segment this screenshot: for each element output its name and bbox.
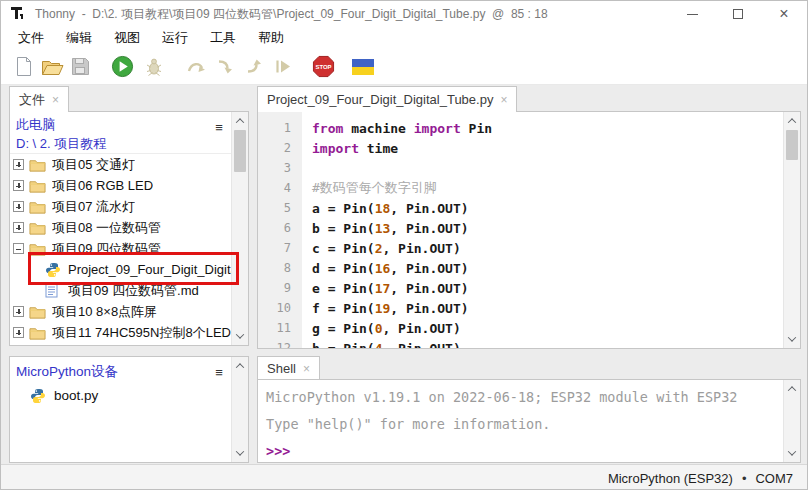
tab-files[interactable]: 文件 <box>9 86 69 112</box>
this-pc-link[interactable]: 此电脑 <box>16 115 231 134</box>
new-file-button[interactable] <box>11 53 37 81</box>
editor-scroll-thumb[interactable] <box>786 130 798 160</box>
resume-icon <box>274 58 292 75</box>
files-scrollbar[interactable] <box>231 112 248 345</box>
open-file-icon <box>41 57 64 76</box>
minimize-icon <box>687 14 698 15</box>
expander-plus-icon[interactable] <box>13 327 24 338</box>
menu-help[interactable]: 帮助 <box>247 27 295 49</box>
tree-item-project09-md-file[interactable]: 项目09 四位数码管.md <box>10 280 231 301</box>
menu-tools[interactable]: 工具 <box>199 27 247 49</box>
step-over-icon <box>186 58 207 75</box>
step-out-button <box>241 53 267 81</box>
tree-item-project09[interactable]: 项目09 四位数码管 <box>10 238 231 259</box>
editor-scroll-down-icon[interactable] <box>784 331 800 347</box>
expander-plus-icon[interactable] <box>13 306 24 317</box>
maximize-icon <box>733 9 743 19</box>
tree-item-label: Project_09_Four_Digit_Digital_ <box>68 262 231 277</box>
tab-shell-label: Shell <box>267 361 296 376</box>
folder-icon <box>29 178 47 194</box>
device-file-bootpy[interactable]: boot.py <box>10 385 231 406</box>
step-out-icon <box>245 58 264 75</box>
device-scrollbar[interactable] <box>231 357 248 462</box>
window-title: Thonny - D:\2. 项目教程\项目09 四位数码管\Project_0… <box>35 6 548 23</box>
expander-plus-icon[interactable] <box>13 222 24 233</box>
expander-plus-icon[interactable] <box>13 159 24 170</box>
files-header: 此电脑 D: \ 2. 项目教程 <box>10 112 231 154</box>
editor-scrollbar[interactable] <box>783 112 800 348</box>
close-icon <box>779 5 788 23</box>
shell-panel[interactable]: MicroPython v1.19.1 on 2022-06-18; ESP32… <box>257 379 801 463</box>
title-bar: Thonny - D:\2. 项目教程\项目09 四位数码管\Project_0… <box>1 1 807 27</box>
shell-scroll-down-icon[interactable] <box>784 445 800 461</box>
device-scroll-up-icon[interactable] <box>232 358 248 374</box>
menu-file[interactable]: 文件 <box>7 27 55 49</box>
toolbar: STOP <box>1 49 807 85</box>
resume-button <box>270 53 296 81</box>
tab-files-label: 文件 <box>19 91 45 109</box>
menu-edit[interactable]: 编辑 <box>55 27 103 49</box>
shell-prompt: >>> <box>266 443 290 459</box>
ukraine-flag-icon <box>352 59 374 75</box>
tree-item-label: 项目07 流水灯 <box>52 198 135 216</box>
ukraine-flag-button[interactable] <box>350 53 376 81</box>
tree-item-project09-python-file[interactable]: Project_09_Four_Digit_Digital_ <box>10 259 231 280</box>
shell-lines: MicroPython v1.19.1 on 2022-06-18; ESP32… <box>258 382 783 465</box>
new-file-icon <box>15 56 33 77</box>
folder-icon <box>29 304 47 320</box>
tree-item-label: 项目05 交通灯 <box>52 156 135 174</box>
tree-item-label: 项目08 一位数码管 <box>52 219 161 237</box>
tab-editor[interactable]: Project_09_Four_Digit_Digital_Tube.py <box>257 86 517 112</box>
code-lines: 1from machine import Pin2import time34#数… <box>258 118 783 349</box>
tree-item-project05[interactable]: 项目05 交通灯 <box>10 154 231 175</box>
run-script-button[interactable] <box>109 53 135 81</box>
python-icon <box>45 262 63 278</box>
menu-bar: 文件编辑视图运行工具帮助 <box>1 27 807 49</box>
stop-restart-icon: STOP <box>312 55 335 78</box>
code-editor[interactable]: 1from machine import Pin2import time34#数… <box>257 111 801 349</box>
tab-files-close-icon[interactable] <box>52 92 59 107</box>
status-port[interactable]: COM7 <box>755 471 793 486</box>
status-interpreter[interactable]: MicroPython (ESP32) <box>608 471 733 486</box>
expander-plus-icon[interactable] <box>13 201 24 212</box>
editor-scroll-up-icon[interactable] <box>784 113 800 129</box>
tree-item-project11[interactable]: 项目11 74HC595N控制8个LED <box>10 322 231 343</box>
folder-icon <box>29 199 47 215</box>
device-panel-menu-icon[interactable] <box>212 363 226 377</box>
files-scroll-up-icon[interactable] <box>232 113 248 129</box>
close-button[interactable] <box>761 1 807 27</box>
status-bullet: • <box>742 471 747 486</box>
device-panel-title: MicroPython设备 <box>16 364 118 379</box>
files-panel: 此电脑 D: \ 2. 项目教程 项目05 交通灯项目06 RGB LED项目0… <box>9 111 249 346</box>
tree-item-project06[interactable]: 项目06 RGB LED <box>10 175 231 196</box>
folder-icon <box>29 157 47 173</box>
menu-run[interactable]: 运行 <box>151 27 199 49</box>
debug-script-button <box>141 53 167 81</box>
files-panel-menu-icon[interactable] <box>212 118 226 132</box>
tree-item-label: 项目06 RGB LED <box>52 177 153 195</box>
minimize-button[interactable] <box>669 1 715 27</box>
tab-editor-close-icon[interactable] <box>500 92 507 107</box>
tree-item-project07[interactable]: 项目07 流水灯 <box>10 196 231 217</box>
micropython-device-panel: MicroPython设备 boot.py <box>9 356 249 463</box>
files-scroll-down-icon[interactable] <box>232 328 248 344</box>
device-scroll-down-icon[interactable] <box>232 445 248 461</box>
maximize-button[interactable] <box>715 1 761 27</box>
tree-item-label: 项目09 四位数码管 <box>52 240 161 258</box>
svg-text:STOP: STOP <box>315 64 331 70</box>
expander-minus-icon[interactable] <box>13 243 24 254</box>
shell-scrollbar[interactable] <box>783 380 800 462</box>
files-scroll-thumb[interactable] <box>234 130 246 172</box>
tab-shell-close-icon[interactable] <box>303 361 310 376</box>
open-file-button[interactable] <box>39 53 65 81</box>
shell-scroll-up-icon[interactable] <box>784 381 800 397</box>
expander-plus-icon[interactable] <box>13 180 24 191</box>
tree-item-project10[interactable]: 项目10 8×8点阵屏 <box>10 301 231 322</box>
stop-restart-button[interactable]: STOP <box>310 53 336 81</box>
current-path-link[interactable]: D: \ 2. 项目教程 <box>16 134 231 153</box>
tree-item-project08[interactable]: 项目08 一位数码管 <box>10 217 231 238</box>
menu-view[interactable]: 视图 <box>103 27 151 49</box>
tab-shell[interactable]: Shell <box>257 356 320 379</box>
device-file-label: boot.py <box>54 388 98 403</box>
status-bar: MicroPython (ESP32) • COM7 <box>1 464 807 490</box>
